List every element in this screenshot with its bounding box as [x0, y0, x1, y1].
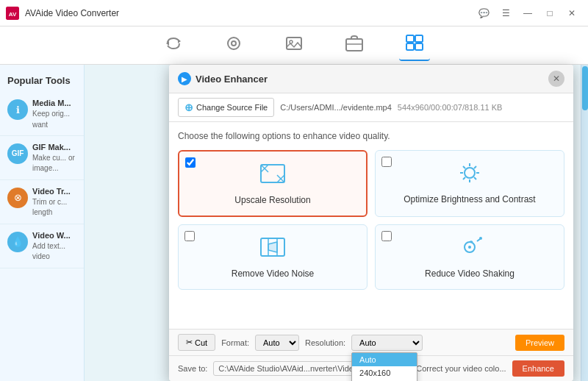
source-bar: ⊕ Change Source File C:/Users/ADMI.../ev… — [169, 93, 573, 122]
enhance-instruction: Choose the following options to enhance … — [178, 131, 564, 141]
app-logo: AV AVAide Video Converter — [6, 7, 119, 20]
sidebar-gif-text: GIF Mak... Make cu... or image... — [32, 142, 76, 174]
shaking-checkbox[interactable] — [381, 231, 392, 241]
preview-button[interactable]: Preview — [515, 335, 564, 351]
save-label: Save to: — [178, 364, 207, 373]
noise-checkbox[interactable] — [184, 231, 195, 241]
logo-icon: AV — [6, 7, 19, 20]
cut-button[interactable]: ✂ Cut — [178, 334, 215, 351]
sidebar-item-media[interactable]: ℹ Media M... Keep orig... want — [0, 92, 84, 136]
videotrim-icon: ⊗ — [7, 188, 28, 208]
window-controls: 💬 ☰ — □ ✕ — [473, 5, 582, 21]
sidebar-videow-text: Video W... Add text... video — [32, 230, 76, 262]
source-info: 544x960/00:00:07/818.11 KB — [398, 103, 503, 112]
svg-marker-31 — [268, 242, 277, 252]
upscale-checkbox[interactable] — [185, 157, 196, 168]
photo-icon — [284, 34, 304, 57]
option-noise[interactable]: Remove Video Noise — [178, 224, 368, 290]
svg-rect-12 — [406, 43, 414, 50]
toolbox-icon — [345, 34, 364, 57]
modal-header-icon: ▶ — [178, 72, 191, 85]
sidebar-item-videow[interactable]: 💧 Video W... Add text... video — [0, 224, 84, 268]
sidebar: Popular Tools ℹ Media M... Keep orig... … — [0, 65, 85, 381]
nav-toolbox[interactable] — [339, 31, 370, 60]
minimize-button[interactable]: — — [517, 5, 538, 21]
sidebar-videotrim-text: Video Tr... Trim or c... length — [32, 186, 76, 218]
plus-icon: ⊕ — [184, 102, 193, 113]
option-shaking[interactable]: Reduce Video Shaking — [375, 224, 564, 290]
brightness-label: Optimize Brightness and Contrast — [404, 194, 535, 204]
enhance-icon — [224, 34, 243, 57]
scissors-icon: ✂ — [186, 338, 193, 347]
shaking-label: Reduce Video Shaking — [425, 268, 514, 279]
change-source-button[interactable]: ⊕ Change Source File — [178, 98, 274, 117]
convert-icon — [164, 34, 183, 57]
svg-rect-14 — [261, 165, 284, 182]
app-title: AVAide Video Converter — [25, 8, 119, 18]
menu-button[interactable]: ☰ — [495, 5, 516, 21]
sidebar-item-videotrim[interactable]: ⊗ Video Tr... Trim or c... length — [0, 180, 84, 224]
options-grid: Upscale Resolution — [178, 150, 564, 290]
resolution-select[interactable]: Auto 240x160 320x240 480x320 640x360 640… — [351, 335, 423, 351]
nav-enhance[interactable] — [218, 31, 249, 60]
svg-point-19 — [465, 168, 475, 178]
svg-line-25 — [474, 177, 476, 179]
title-bar: AV AVAide Video Converter 💬 ☰ — □ ✕ — [0, 0, 588, 26]
nav-photo[interactable] — [279, 31, 309, 60]
scrollbar[interactable] — [581, 65, 588, 381]
noise-label: Remove Video Noise — [232, 268, 315, 279]
svg-line-34 — [477, 239, 480, 241]
resolution-dropdown-popup: Auto 240x160 320x240 480x320 640x360 640… — [351, 352, 417, 382]
sidebar-item-gif[interactable]: GIF GIF Mak... Make cu... or image... — [0, 136, 84, 180]
color-correct-text: Correct your video colo... — [416, 364, 506, 373]
video-enhancer-modal: ▶ Video Enhancer ✕ ⊕ Change Source File … — [169, 65, 573, 381]
main-area: Popular Tools ℹ Media M... Keep orig... … — [0, 65, 588, 381]
upscale-icon — [258, 162, 287, 190]
modal-title: Video Enhancer — [196, 74, 268, 85]
videow-icon: 💧 — [7, 232, 28, 252]
svg-rect-8 — [346, 39, 362, 51]
svg-rect-10 — [406, 35, 414, 42]
close-button[interactable]: ✕ — [562, 5, 582, 21]
scrollbar-thumb — [582, 66, 588, 110]
tools-icon — [405, 33, 424, 57]
chat-button[interactable]: 💬 — [473, 5, 494, 21]
maximize-button[interactable]: □ — [539, 5, 560, 21]
upscale-label: Upscale Resolution — [234, 195, 310, 205]
modal-header: ▶ Video Enhancer ✕ — [169, 65, 573, 93]
sidebar-media-text: Media M... Keep orig... want — [32, 98, 76, 129]
modal-body: Choose the following options to enhance … — [169, 122, 573, 329]
svg-line-27 — [463, 177, 465, 179]
enhance-button[interactable]: Enhance — [512, 360, 564, 377]
svg-text:AV: AV — [9, 11, 17, 18]
source-path: C:/Users/ADMI.../evidente.mp4 — [280, 103, 392, 112]
svg-rect-13 — [415, 43, 423, 50]
dropdown-item-240x160[interactable]: 240x160 — [352, 366, 417, 380]
noise-icon — [258, 235, 287, 264]
sidebar-header: Popular Tools — [0, 71, 84, 92]
svg-line-24 — [463, 166, 465, 168]
brightness-icon — [455, 161, 484, 190]
bottom-controls: ✂ Cut Format: Auto MP4 AVI MOV Resolutio… — [169, 329, 573, 355]
nav-bar — [0, 26, 588, 65]
svg-line-26 — [474, 166, 476, 168]
resolution-label: Resolution: — [305, 338, 345, 347]
nav-tools[interactable] — [399, 30, 430, 61]
nav-convert[interactable] — [158, 31, 189, 60]
svg-point-5 — [232, 41, 236, 46]
content-area: ▶ Video Enhancer ✕ ⊕ Change Source File … — [85, 65, 581, 381]
svg-point-4 — [228, 38, 240, 49]
svg-rect-11 — [415, 35, 423, 42]
modal-close-button[interactable]: ✕ — [548, 71, 564, 87]
svg-marker-2 — [178, 39, 181, 43]
option-upscale[interactable]: Upscale Resolution — [178, 150, 368, 217]
brightness-checkbox[interactable] — [381, 157, 392, 167]
option-brightness[interactable]: Optimize Brightness and Contrast — [375, 150, 564, 217]
dropdown-item-auto[interactable]: Auto — [352, 353, 417, 366]
shaking-icon — [455, 235, 484, 264]
svg-point-33 — [468, 246, 471, 249]
gif-icon: GIF — [7, 143, 28, 164]
media-icon: ℹ — [7, 99, 28, 120]
svg-point-35 — [479, 237, 482, 240]
format-select[interactable]: Auto MP4 AVI MOV — [255, 335, 299, 351]
